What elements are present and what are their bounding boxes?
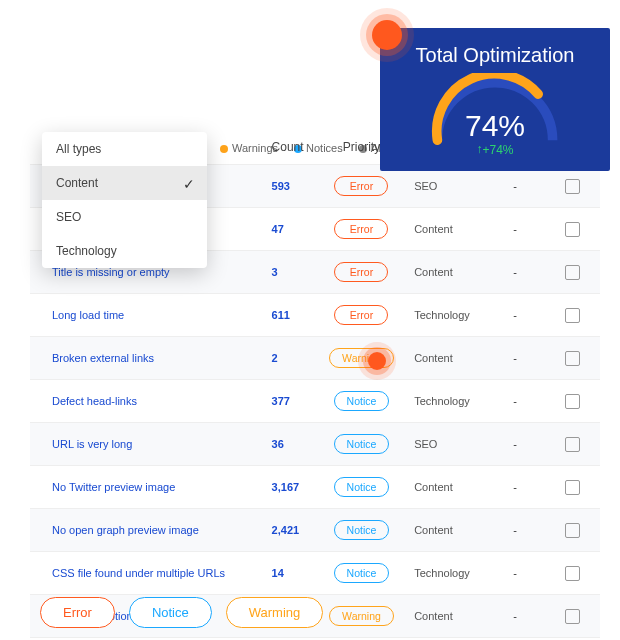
priority-pill: Error (334, 305, 388, 325)
issue-history: - (486, 466, 545, 509)
optimization-card: Total Optimization 74% ↑+74% (380, 28, 610, 171)
issue-type: Content (406, 208, 485, 251)
table-row[interactable]: Long load time611ErrorTechnology- (30, 294, 600, 337)
issue-ignore[interactable] (545, 595, 600, 638)
issue-type: Content (406, 337, 485, 380)
issue-ignore[interactable] (545, 423, 600, 466)
issue-type: Content (406, 509, 485, 552)
issue-count: 36 (264, 423, 317, 466)
issue-ignore[interactable] (545, 208, 600, 251)
checkbox-icon[interactable] (565, 480, 580, 495)
issue-priority: Notice (317, 423, 406, 466)
gauge-delta: ↑+74% (394, 143, 596, 157)
issue-history: - (486, 251, 545, 294)
highlight-pulse-icon (372, 20, 402, 50)
priority-pill: Notice (334, 563, 390, 583)
priority-pill: Notice (334, 477, 390, 497)
checkbox-icon[interactable] (565, 566, 580, 581)
checkbox-icon[interactable] (565, 437, 580, 452)
issue-name[interactable]: URL is very long (30, 423, 264, 466)
priority-pill: Error (334, 219, 388, 239)
dropdown-option[interactable]: All types (42, 132, 207, 166)
arrow-up-icon: ↑ (476, 142, 482, 156)
card-title: Total Optimization (394, 44, 596, 67)
issue-name[interactable]: Broken external links (30, 337, 264, 380)
priority-pill: Error (334, 176, 388, 196)
issue-count: 2,421 (264, 509, 317, 552)
issue-count: 2 (264, 337, 317, 380)
checkbox-icon[interactable] (565, 394, 580, 409)
checkbox-icon[interactable] (565, 609, 580, 624)
priority-pill: Error (334, 262, 388, 282)
table-row[interactable]: URL is very long36NoticeSEO- (30, 423, 600, 466)
issue-ignore[interactable] (545, 509, 600, 552)
col-count[interactable]: Count (264, 130, 317, 165)
dropdown-option[interactable]: Technology (42, 234, 207, 268)
table-row[interactable]: Defect head-links377NoticeTechnology- (30, 380, 600, 423)
issue-history: - (486, 208, 545, 251)
table-row[interactable]: Broken external links2WarningContent- (30, 337, 600, 380)
issue-ignore[interactable] (545, 294, 600, 337)
priority-pill-legend: Error Notice Warming (40, 597, 323, 628)
issue-priority: Notice (317, 466, 406, 509)
checkbox-icon[interactable] (565, 308, 580, 323)
dropdown-option[interactable]: SEO (42, 200, 207, 234)
checkbox-icon[interactable] (565, 222, 580, 237)
highlight-pulse-icon (368, 352, 386, 370)
issue-count: 611 (264, 294, 317, 337)
pill-notice[interactable]: Notice (129, 597, 212, 628)
checkbox-icon[interactable] (565, 265, 580, 280)
issue-count: 593 (264, 165, 317, 208)
checkbox-icon[interactable] (565, 351, 580, 366)
issue-history: - (486, 552, 545, 595)
issue-priority: Notice (317, 380, 406, 423)
issue-history: - (486, 509, 545, 552)
issue-name[interactable]: Defect head-links (30, 380, 264, 423)
issue-priority: Error (317, 251, 406, 294)
priority-pill: Notice (334, 520, 390, 540)
issue-priority: Notice (317, 552, 406, 595)
issue-type: Content (406, 251, 485, 294)
issue-priority: Warning (317, 595, 406, 638)
issue-count: 14 (264, 552, 317, 595)
issue-ignore[interactable] (545, 380, 600, 423)
issue-count: 377 (264, 380, 317, 423)
dropdown-option[interactable]: Content (42, 166, 207, 200)
issue-priority: Error (317, 208, 406, 251)
table-row[interactable]: No Twitter preview image3,167NoticeConte… (30, 466, 600, 509)
issue-count: 3,167 (264, 466, 317, 509)
issue-type: SEO (406, 423, 485, 466)
issue-history: - (486, 337, 545, 380)
issue-priority: Notice (317, 509, 406, 552)
issue-name[interactable]: No open graph preview image (30, 509, 264, 552)
issue-type: Technology (406, 552, 485, 595)
pill-error[interactable]: Error (40, 597, 115, 628)
issue-name[interactable]: Long load time (30, 294, 264, 337)
issue-name[interactable]: No Twitter preview image (30, 466, 264, 509)
issue-name[interactable]: CSS file found under multiple URLs (30, 552, 264, 595)
priority-pill: Notice (334, 434, 390, 454)
issue-history: - (486, 380, 545, 423)
checkbox-icon[interactable] (565, 523, 580, 538)
issue-type: Content (406, 466, 485, 509)
gauge-percent: 74% (420, 109, 570, 143)
issue-count: 3 (264, 251, 317, 294)
priority-pill: Notice (334, 391, 390, 411)
issue-history: - (486, 595, 545, 638)
issue-type: Technology (406, 294, 485, 337)
table-row[interactable]: No open graph preview image2,421NoticeCo… (30, 509, 600, 552)
issue-ignore[interactable] (545, 466, 600, 509)
table-row[interactable]: CSS file found under multiple URLs14Noti… (30, 552, 600, 595)
pill-warming[interactable]: Warming (226, 597, 324, 628)
issue-type: Content (406, 595, 485, 638)
type-filter-dropdown[interactable]: All typesContentSEOTechnology (42, 132, 207, 268)
issue-ignore[interactable] (545, 552, 600, 595)
issue-ignore[interactable] (545, 251, 600, 294)
priority-pill: Warning (329, 606, 394, 626)
issue-ignore[interactable] (545, 337, 600, 380)
gauge-icon: 74% (420, 73, 570, 145)
checkbox-icon[interactable] (565, 179, 580, 194)
issue-history: - (486, 294, 545, 337)
issue-count: 47 (264, 208, 317, 251)
issue-priority: Error (317, 294, 406, 337)
